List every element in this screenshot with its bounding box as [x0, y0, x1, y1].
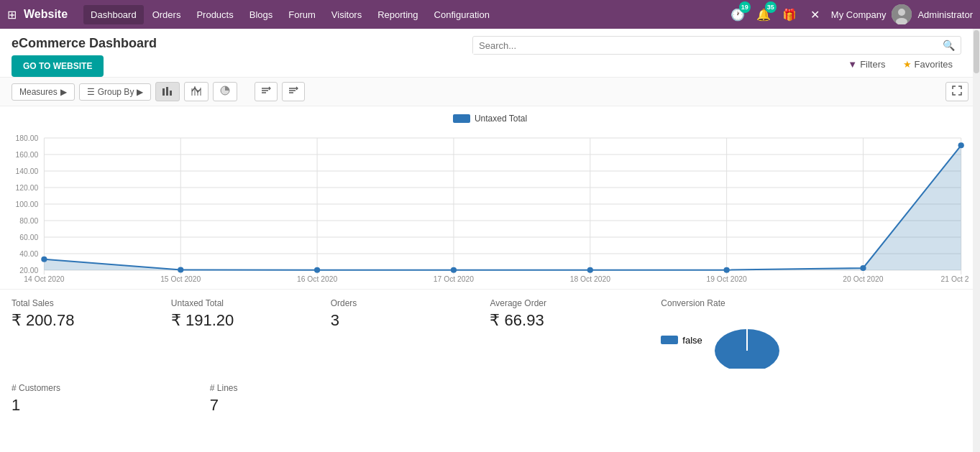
nav-item-configuration[interactable]: Configuration [427, 5, 497, 24]
svg-text:60.00: 60.00 [19, 234, 38, 241]
chart-svg-container: 180.00 160.00 140.00 120.00 100.00 80.00… [12, 131, 968, 282]
conversion-box: Conversion Rate false [649, 298, 968, 369]
stats-row-2: # Customers 1 # Lines 7 [0, 377, 980, 423]
chart-svg: 180.00 160.00 140.00 120.00 100.00 80.00… [12, 131, 968, 282]
scroll-thumb[interactable] [974, 30, 979, 73]
nav-item-reporting[interactable]: Reporting [370, 5, 425, 24]
search-input[interactable] [473, 37, 937, 54]
conversion-chart: false [661, 311, 957, 369]
pie-chart-icon [219, 86, 231, 96]
sort-desc-button[interactable] [282, 82, 305, 101]
conversion-legend-label: false [682, 335, 702, 346]
nav-items: Dashboard Orders Products Blogs Forum Vi… [83, 5, 723, 24]
username[interactable]: Administrator [917, 9, 973, 20]
app-brand: Website [24, 8, 68, 21]
app-grid-icon[interactable]: ⊞ [7, 8, 17, 22]
close-icon: ✕ [810, 8, 820, 22]
conversion-legend-color [661, 336, 678, 344]
search-bar[interactable]: 🔍 [472, 36, 961, 55]
lines-box: # Lines 7 [210, 383, 408, 415]
svg-rect-3 [162, 88, 165, 96]
untaxed-total-label: Untaxed Total [171, 298, 319, 308]
top-navigation: ⊞ Website Dashboard Orders Products Blog… [0, 0, 980, 29]
header-left: eCommerce Dashboard GO TO WEBSITE [12, 36, 157, 77]
filter-funnel-icon: ▼ [848, 59, 857, 70]
gift-icon-badge[interactable]: 🎁 [779, 4, 800, 24]
legend-item: Untaxed Total [453, 114, 527, 124]
customers-box: # Customers 1 [12, 383, 210, 415]
chart-area: Untaxed Total 180.00 160.00 140.00 120.0… [0, 106, 980, 289]
total-sales-box: Total Sales ₹ 200.78 [12, 298, 171, 369]
svg-text:20.00: 20.00 [19, 267, 38, 275]
list-icon: ☰ [87, 87, 95, 97]
close-icon-badge[interactable]: ✕ [805, 4, 825, 24]
sort-asc-button[interactable] [255, 82, 278, 101]
orders-box: Orders 3 [331, 298, 490, 369]
search-icon[interactable]: 🔍 [937, 37, 961, 54]
svg-text:160.00: 160.00 [16, 151, 39, 159]
go-to-website-button[interactable]: GO TO WEBSITE [12, 55, 104, 77]
line-chart-icon [191, 86, 202, 96]
bar-chart-icon [162, 86, 173, 96]
page-title: eCommerce Dashboard [12, 36, 157, 51]
chart-legend: Untaxed Total [12, 114, 968, 124]
stats-spacer [408, 383, 968, 415]
svg-point-47 [451, 267, 457, 273]
bell-badge: 35 [765, 1, 777, 13]
expand-button[interactable] [945, 82, 968, 101]
pie-chart-button[interactable] [213, 82, 237, 101]
customers-value: 1 [12, 396, 198, 415]
svg-text:40.00: 40.00 [19, 250, 38, 258]
favorites-button[interactable]: ★ Favorites [899, 57, 957, 71]
nav-item-orders[interactable]: Orders [145, 5, 188, 24]
svg-text:80.00: 80.00 [19, 217, 38, 225]
svg-point-1 [898, 9, 905, 16]
measures-label: Measures [19, 87, 58, 97]
group-by-button[interactable]: ☰ Group By ▶ [79, 83, 152, 101]
measures-button[interactable]: Measures ▶ [12, 83, 75, 101]
svg-text:140.00: 140.00 [16, 167, 39, 175]
untaxed-total-value: ₹ 191.20 [171, 311, 319, 330]
svg-rect-4 [166, 87, 168, 96]
company-name[interactable]: My Company [831, 9, 887, 20]
filters-button[interactable]: ▼ Filters [843, 57, 889, 71]
svg-point-46 [314, 267, 320, 273]
toolbar: Measures ▶ ☰ Group By ▶ [0, 77, 980, 106]
line-chart-button[interactable] [184, 82, 209, 101]
measures-arrow-icon: ▶ [60, 87, 67, 97]
bar-chart-button[interactable] [155, 82, 180, 101]
svg-point-49 [724, 267, 730, 273]
nav-item-dashboard[interactable]: Dashboard [83, 5, 144, 24]
favorites-label: Favorites [915, 59, 953, 70]
nav-item-forum[interactable]: Forum [281, 5, 323, 24]
avg-order-box: Average Order ₹ 66.93 [490, 298, 649, 369]
avatar[interactable] [892, 4, 912, 24]
svg-text:17 Oct 2020: 17 Oct 2020 [434, 275, 475, 282]
svg-text:120.00: 120.00 [16, 184, 39, 192]
svg-text:180.00: 180.00 [16, 134, 39, 142]
svg-text:15 Oct 2020: 15 Oct 2020 [160, 275, 201, 282]
group-by-label: Group By [98, 87, 134, 97]
untaxed-total-box: Untaxed Total ₹ 191.20 [171, 298, 331, 369]
svg-text:19 Oct 2020: 19 Oct 2020 [707, 275, 748, 282]
filters-label: Filters [860, 59, 885, 70]
clock-badge: 19 [739, 1, 751, 13]
avg-order-label: Average Order [490, 298, 638, 308]
svg-point-50 [860, 265, 866, 271]
svg-point-48 [587, 267, 593, 273]
nav-item-visitors[interactable]: Visitors [324, 5, 369, 24]
svg-text:14 Oct 2020: 14 Oct 2020 [24, 275, 65, 282]
expand-icon [952, 86, 962, 96]
bell-icon-badge[interactable]: 🔔 35 [754, 4, 774, 24]
clock-icon-badge[interactable]: 🕐 19 [728, 4, 748, 24]
svg-point-51 [958, 142, 964, 148]
right-icons: 🕐 19 🔔 35 🎁 ✕ My Company Administrator [728, 4, 973, 24]
conversion-legend-item: false [661, 335, 702, 346]
sort-asc-icon [261, 86, 271, 96]
star-icon: ★ [903, 59, 912, 70]
group-by-arrow-icon: ▶ [137, 87, 143, 97]
right-scrollbar[interactable] [973, 29, 980, 423]
nav-item-blogs[interactable]: Blogs [242, 5, 280, 24]
svg-point-45 [178, 267, 183, 273]
nav-item-products[interactable]: Products [189, 5, 240, 24]
